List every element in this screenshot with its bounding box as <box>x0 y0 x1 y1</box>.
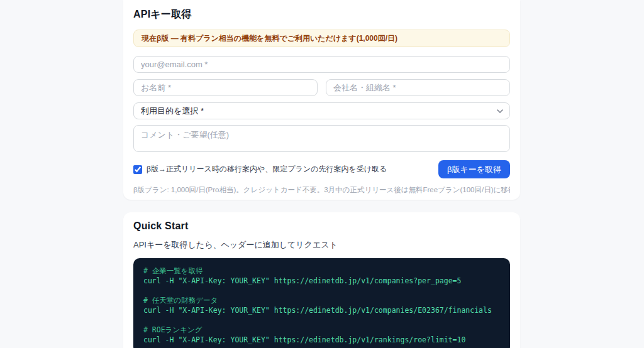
code-command: curl -H "X-API-Key: YOUR_KEY" https://ed… <box>143 335 500 345</box>
quick-start-card: Quick Start APIキーを取得したら、ヘッダーに追加してリクエスト #… <box>123 212 520 348</box>
consent-checkbox[interactable] <box>133 165 142 174</box>
company-input[interactable] <box>326 79 510 96</box>
code-block: # 企業一覧を取得 curl -H "X-API-Key: YOUR_KEY" … <box>133 258 510 348</box>
email-input[interactable] <box>133 56 510 73</box>
comment-textarea[interactable] <box>133 125 510 152</box>
code-snippet: # ROEランキング curl -H "X-API-Key: YOUR_KEY"… <box>143 325 500 345</box>
beta-banner-text: 現在β版 — 有料プラン相当の機能を無料でご利用いただけます(1,000回/日) <box>142 33 397 44</box>
plan-footnote: β版プラン: 1,000回/日(Pro相当)。クレジットカード不要。3月中の正式… <box>133 185 510 195</box>
name-input[interactable] <box>133 79 318 96</box>
beta-banner: 現在β版 — 有料プラン相当の機能を無料でご利用いただけます(1,000回/日) <box>133 30 510 47</box>
consent-label: β版→正式リリース時の移行案内や、限定プランの先行案内を受け取る <box>147 164 387 175</box>
api-key-card: APIキー取得 現在β版 — 有料プラン相当の機能を無料でご利用いただけます(1… <box>123 0 520 200</box>
code-command: curl -H "X-API-Key: YOUR_KEY" https://ed… <box>143 276 500 286</box>
purpose-select[interactable]: 利用目的を選択 * <box>133 102 510 119</box>
get-beta-key-button[interactable]: β版キーを取得 <box>438 160 510 178</box>
code-snippet: # 任天堂の財務データ curl -H "X-API-Key: YOUR_KEY… <box>143 295 500 315</box>
code-comment: # 任天堂の財務データ <box>143 295 500 305</box>
api-key-title: APIキー取得 <box>133 0 510 21</box>
code-comment: # ROEランキング <box>143 325 500 335</box>
quick-start-subtitle: APIキーを取得したら、ヘッダーに追加してリクエスト <box>133 239 510 251</box>
code-snippet: # 企業一覧を取得 curl -H "X-API-Key: YOUR_KEY" … <box>143 266 500 286</box>
quick-start-title: Quick Start <box>133 212 510 232</box>
code-comment: # 企業一覧を取得 <box>143 266 500 276</box>
consent-row: β版→正式リリース時の移行案内や、限定プランの先行案内を受け取る <box>133 164 387 175</box>
code-command: curl -H "X-API-Key: YOUR_KEY" https://ed… <box>143 305 500 315</box>
